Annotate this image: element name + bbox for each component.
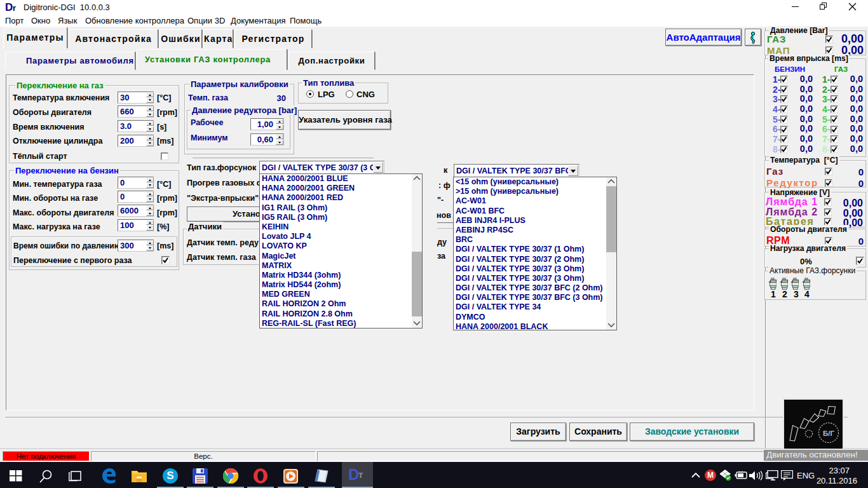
svg-text:D: D	[348, 466, 359, 483]
svg-text:т: т	[358, 469, 363, 480]
svg-text:Б/Г: Б/Г	[823, 430, 834, 437]
svg-text:D: D	[5, 2, 13, 13]
svg-text:r: r	[13, 3, 16, 13]
